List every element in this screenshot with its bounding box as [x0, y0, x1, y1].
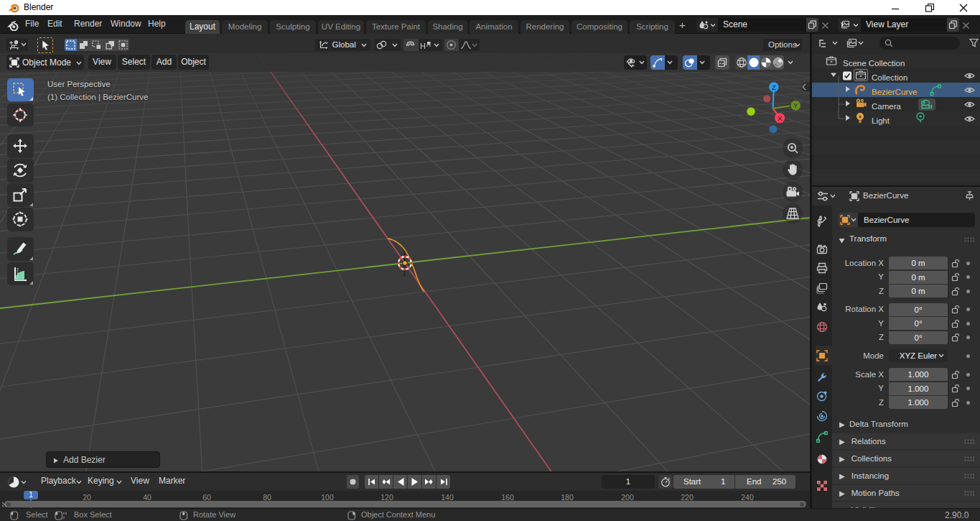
svg-text:Collection: Collection	[872, 73, 908, 82]
svg-text:Scene Collection: Scene Collection	[843, 59, 905, 68]
svg-text:Light: Light	[872, 116, 890, 125]
svg-text:Camera: Camera	[872, 102, 902, 111]
svg-text:Z: Z	[772, 83, 776, 91]
svg-text:Y: Y	[793, 101, 798, 109]
svg-text:X: X	[778, 114, 783, 122]
svg-text:BezierCurve: BezierCurve	[872, 88, 917, 96]
